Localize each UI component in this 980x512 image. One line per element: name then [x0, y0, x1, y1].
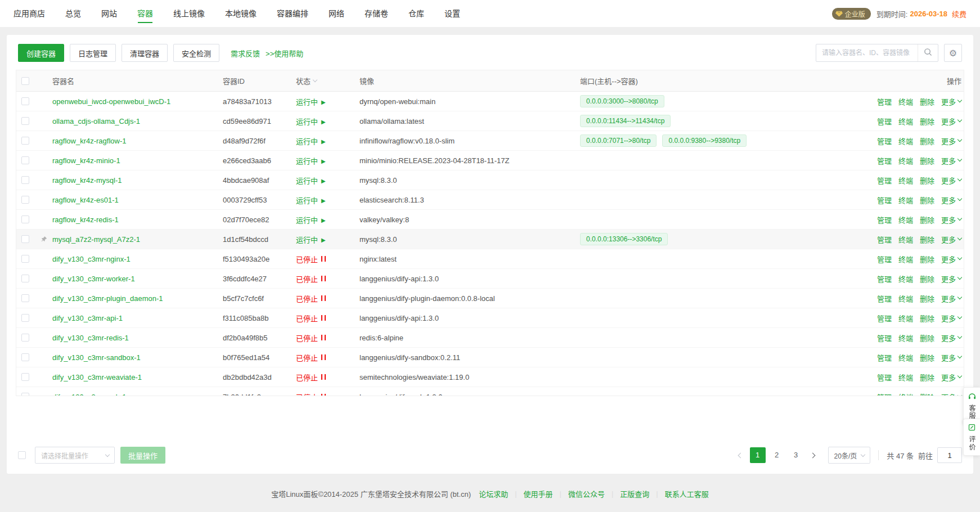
manage-link[interactable]: 管理 — [877, 254, 892, 264]
container-status[interactable]: 运行中 — [296, 214, 359, 225]
container-status[interactable]: 已停止 — [296, 273, 359, 284]
terminal-link[interactable]: 终端 — [898, 333, 913, 343]
container-status[interactable]: 已停止 — [296, 333, 359, 343]
more-link[interactable]: 更多 — [941, 155, 961, 166]
nav-item-5[interactable]: 本地镜像 — [225, 0, 257, 27]
nav-item-3[interactable]: 容器 — [137, 0, 153, 27]
terminal-link[interactable]: 终端 — [898, 96, 913, 107]
row-checkbox[interactable] — [21, 235, 29, 243]
container-name-link[interactable]: dify_v130_c3mr-redis-1 — [52, 334, 129, 342]
manage-link[interactable]: 管理 — [877, 392, 892, 396]
container-status[interactable]: 已停止 — [296, 372, 359, 383]
nav-item-6[interactable]: 容器编排 — [277, 0, 308, 27]
manage-link[interactable]: 管理 — [877, 195, 892, 205]
container-name-link[interactable]: dify_v130_c3mr-sandbox-1 — [52, 353, 141, 362]
footer-link-0[interactable]: 论坛求助 — [479, 488, 508, 499]
row-checkbox[interactable] — [21, 314, 29, 322]
manage-link[interactable]: 管理 — [877, 96, 892, 107]
footer-link-1[interactable]: 使用手册 — [524, 488, 553, 499]
terminal-link[interactable]: 终端 — [898, 175, 913, 186]
delete-link[interactable]: 删除 — [920, 372, 934, 383]
container-name-link[interactable]: ragflow_kr4z-mysql-1 — [52, 176, 122, 185]
delete-link[interactable]: 删除 — [920, 392, 934, 396]
delete-link[interactable]: 删除 — [920, 96, 934, 107]
delete-link[interactable]: 删除 — [920, 293, 934, 304]
container-status[interactable]: 已停止 — [296, 352, 359, 363]
terminal-link[interactable]: 终端 — [898, 116, 913, 127]
more-link[interactable]: 更多 — [941, 254, 961, 264]
more-link[interactable]: 更多 — [941, 352, 961, 363]
manage-link[interactable]: 管理 — [877, 175, 892, 186]
nav-item-0[interactable]: 应用商店 — [14, 0, 45, 27]
container-status[interactable]: 已停止 — [296, 313, 359, 324]
page-button-1[interactable]: 1 — [750, 447, 766, 463]
row-checkbox[interactable] — [21, 215, 29, 223]
prev-page-button[interactable] — [734, 447, 748, 463]
row-checkbox[interactable] — [21, 275, 29, 282]
row-checkbox[interactable] — [21, 393, 29, 396]
manage-link[interactable]: 管理 — [877, 273, 892, 284]
container-name-link[interactable]: dify_v130_c3mr-worker-1 — [52, 275, 135, 283]
select-all-checkbox[interactable] — [21, 77, 29, 85]
terminal-link[interactable]: 终端 — [898, 372, 913, 383]
delete-link[interactable]: 删除 — [920, 195, 934, 205]
manage-link[interactable]: 管理 — [877, 372, 892, 383]
manage-link[interactable]: 管理 — [877, 293, 892, 304]
container-status[interactable]: 运行中 — [296, 96, 359, 107]
feedback-link[interactable]: 需求反馈 — [231, 48, 260, 59]
batch-action-select[interactable]: 请选择批量操作 — [35, 447, 115, 464]
manage-link[interactable]: 管理 — [877, 136, 892, 146]
nav-item-10[interactable]: 设置 — [444, 0, 460, 27]
footer-link-3[interactable]: 正版查询 — [620, 488, 649, 499]
manage-link[interactable]: 管理 — [877, 234, 892, 245]
terminal-link[interactable]: 终端 — [898, 392, 913, 396]
more-link[interactable]: 更多 — [941, 313, 961, 324]
more-link[interactable]: 更多 — [941, 214, 961, 225]
delete-link[interactable]: 删除 — [920, 273, 934, 284]
more-link[interactable]: 更多 — [941, 116, 961, 127]
search-button[interactable] — [918, 44, 938, 61]
next-page-button[interactable] — [806, 447, 820, 463]
row-checkbox[interactable] — [21, 294, 29, 302]
column-header-status[interactable]: 状态 — [296, 75, 359, 86]
delete-link[interactable]: 删除 — [920, 155, 934, 166]
goto-page-input[interactable] — [937, 447, 962, 463]
manage-link[interactable]: 管理 — [877, 155, 892, 166]
more-link[interactable]: 更多 — [941, 293, 961, 304]
row-checkbox[interactable] — [21, 353, 29, 361]
row-checkbox[interactable] — [21, 373, 29, 381]
container-status[interactable]: 运行中 — [296, 155, 359, 166]
container-status[interactable]: 运行中 — [296, 175, 359, 186]
delete-link[interactable]: 删除 — [920, 333, 934, 343]
more-link[interactable]: 更多 — [941, 392, 961, 396]
renew-link[interactable]: 续费 — [952, 8, 966, 19]
delete-link[interactable]: 删除 — [920, 214, 934, 225]
terminal-link[interactable]: 终端 — [898, 273, 913, 284]
container-name-link[interactable]: mysql_a7z2-mysql_A7z2-1 — [52, 235, 140, 244]
container-name-link[interactable]: dify_v130_c3mr-nginx-1 — [52, 255, 131, 263]
container-name-link[interactable]: ragflow_kr4z-es01-1 — [52, 196, 119, 204]
container-status[interactable]: 运行中 — [296, 136, 359, 146]
delete-link[interactable]: 删除 — [920, 313, 934, 324]
row-checkbox[interactable] — [21, 117, 29, 125]
more-link[interactable]: 更多 — [941, 273, 961, 284]
settings-button[interactable]: ⚙ — [944, 44, 962, 62]
more-link[interactable]: 更多 — [941, 234, 961, 245]
nav-item-2[interactable]: 网站 — [101, 0, 117, 27]
delete-link[interactable]: 删除 — [920, 254, 934, 264]
terminal-link[interactable]: 终端 — [898, 136, 913, 146]
manage-link[interactable]: 管理 — [877, 313, 892, 324]
security-check-button[interactable]: 安全检测 — [173, 44, 219, 62]
license-badge[interactable]: 企业版 — [832, 8, 871, 20]
page-size-select[interactable]: 20条/页 — [828, 447, 871, 464]
container-name-link[interactable]: dify_v130_c3mr-web-1 — [52, 393, 127, 396]
delete-link[interactable]: 删除 — [920, 352, 934, 363]
search-input[interactable] — [816, 49, 918, 57]
terminal-link[interactable]: 终端 — [898, 155, 913, 166]
terminal-link[interactable]: 终端 — [898, 313, 913, 324]
nav-item-4[interactable]: 线上镜像 — [173, 0, 205, 27]
container-name-link[interactable]: dify_v130_c3mr-plugin_daemon-1 — [52, 294, 163, 303]
batch-select-all-checkbox[interactable] — [18, 451, 26, 459]
delete-link[interactable]: 删除 — [920, 234, 934, 245]
log-manage-button[interactable]: 日志管理 — [70, 44, 116, 62]
